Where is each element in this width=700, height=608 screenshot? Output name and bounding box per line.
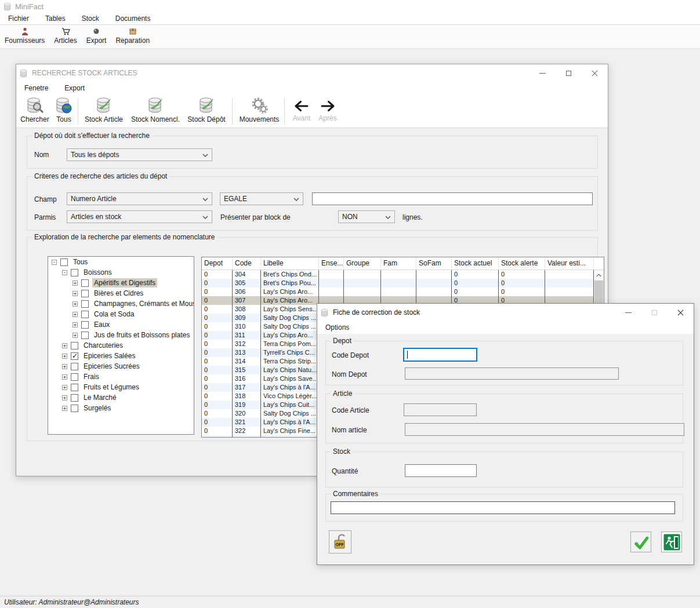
tree-expander-icon[interactable]: + [72, 281, 78, 286]
tree-checkbox[interactable] [81, 332, 89, 339]
tree-item[interactable]: + Cola et Soda [48, 309, 194, 319]
column-header[interactable]: SoFam [416, 257, 452, 270]
tree-checkbox[interactable] [81, 290, 89, 297]
search-window-titlebar[interactable]: RECHERCHE STOCK ARTICLES [16, 64, 608, 82]
close-button[interactable] [668, 304, 694, 321]
minimize-button[interactable] [529, 64, 556, 82]
articles-button[interactable]: Articles [49, 26, 81, 45]
menu-stock[interactable]: Stock [74, 13, 107, 25]
quantite-input[interactable] [405, 464, 477, 477]
tree-checkbox[interactable] [71, 405, 78, 412]
tree-item[interactable]: + Jus de fruits et Boissons plates [48, 330, 194, 340]
tous-button[interactable]: Tous [52, 96, 75, 126]
code-article-input[interactable] [404, 403, 477, 416]
nom-article-input[interactable] [405, 423, 684, 436]
tree-item[interactable]: + Charcuteries [48, 340, 194, 351]
minimize-button[interactable] [615, 304, 641, 321]
menu-export[interactable]: Export [56, 82, 93, 94]
nom-depot-input[interactable] [405, 367, 619, 380]
parmis-select[interactable]: Articles en stock [67, 210, 212, 223]
tree-checkbox[interactable] [81, 279, 89, 287]
tree-checkbox[interactable] [71, 342, 78, 349]
menu-options[interactable]: Options [317, 322, 357, 334]
menu-tables[interactable]: Tables [37, 13, 74, 25]
tree-item[interactable]: + Apéritifs et Digestifs [48, 278, 194, 288]
column-header[interactable]: Fam [381, 257, 416, 270]
tree-item[interactable]: + Epiceries Salées [48, 351, 194, 361]
tree-expander-icon[interactable]: + [72, 333, 78, 338]
depot-select[interactable]: Tous les dépots [67, 148, 212, 161]
tree-expander-icon[interactable]: + [62, 385, 67, 390]
column-header[interactable]: Ense... [319, 257, 344, 270]
column-header[interactable]: Stock actuel [452, 257, 499, 270]
commentaires-input[interactable] [331, 501, 675, 514]
tree-expander-icon[interactable]: + [62, 364, 67, 369]
tree-checkbox[interactable] [71, 363, 78, 370]
avant-button[interactable]: Avant [290, 96, 313, 126]
column-header[interactable]: Libelle [261, 257, 319, 270]
search-value-input[interactable] [312, 192, 593, 205]
tree-item[interactable]: + Epiceries Sucrées [48, 361, 194, 372]
column-header[interactable]: Code [233, 257, 261, 270]
close-button[interactable] [582, 64, 608, 82]
table-row[interactable]: 0306Lay's Chips Aro...00 [202, 287, 604, 296]
menu-fichier[interactable]: Fichier [0, 13, 37, 25]
column-header[interactable]: Valeur esti... [545, 257, 594, 270]
lock-toggle-button[interactable]: OFF [329, 530, 351, 554]
tree-checkbox[interactable] [71, 394, 78, 402]
tree-checkbox[interactable] [60, 259, 68, 266]
maximize-button[interactable] [556, 64, 582, 82]
column-header[interactable]: Stock alerte [499, 257, 545, 270]
tree-item[interactable]: + Le Marché [48, 392, 194, 403]
tree-expander-icon[interactable]: + [62, 354, 67, 359]
fournisseurs-button[interactable]: Fournisseurs [0, 26, 49, 45]
apres-button[interactable]: Après [315, 96, 340, 126]
tree-item[interactable]: + Bières et Cidres [48, 288, 194, 298]
champ-select[interactable]: Numero Article [67, 192, 212, 205]
reparation-button[interactable]: Reparation [111, 26, 154, 45]
tree-item[interactable]: - Tous [48, 257, 194, 267]
tree-expander-icon[interactable]: + [62, 374, 67, 380]
tree-expander-icon[interactable]: + [62, 395, 67, 401]
tree-item[interactable]: + Frais [48, 372, 194, 382]
tree-item[interactable]: - Boissons [48, 267, 194, 278]
operator-select[interactable]: EGALE [220, 192, 303, 205]
stock-depot-button[interactable]: Stock Dépôt [186, 96, 227, 126]
stock-nomencl-button[interactable]: Stock Nomencl. [129, 96, 182, 126]
tree-checkbox[interactable] [71, 352, 78, 360]
column-header[interactable]: Depot [202, 257, 233, 270]
tree-expander-icon[interactable]: + [62, 343, 67, 348]
export-button[interactable]: Export [82, 26, 111, 45]
tree-checkbox[interactable] [71, 269, 78, 276]
tree-checkbox[interactable] [71, 384, 78, 391]
dialog-titlebar[interactable]: Fiche de correction de stock [317, 304, 694, 321]
tree-checkbox[interactable] [81, 321, 89, 329]
stock-article-button[interactable]: Stock Article [82, 96, 125, 126]
block-select[interactable]: NON [338, 210, 395, 223]
tree-expander-icon[interactable]: - [62, 270, 67, 275]
tree-checkbox[interactable] [81, 300, 89, 308]
tree-item[interactable]: + Surgelés [48, 403, 194, 413]
column-header[interactable]: Groupe [344, 257, 381, 270]
tree-expander-icon[interactable]: + [72, 291, 78, 296]
code-depot-input[interactable] [404, 348, 477, 361]
tree-expander-icon[interactable]: + [72, 312, 78, 317]
tree-expander-icon[interactable]: + [72, 322, 78, 327]
table-row[interactable]: 0304Bret's Chips Ond...00 [202, 270, 604, 279]
table-row[interactable]: 0305Bret's Chips Pou...00 [202, 279, 604, 287]
tree-item[interactable]: + Eaux [48, 319, 194, 330]
tree-item[interactable]: + Fruits et Légumes [48, 382, 194, 392]
menu-documents[interactable]: Documents [107, 13, 159, 25]
chercher-button[interactable]: Chercher [20, 96, 50, 126]
tree-checkbox[interactable] [81, 311, 89, 318]
tree-checkbox[interactable] [71, 373, 78, 381]
tree-expander-icon[interactable]: + [62, 406, 67, 411]
tree-item[interactable]: + Champagnes, Crémants et Mouss... [48, 298, 194, 309]
exit-button[interactable] [661, 531, 682, 552]
menu-fenetre[interactable]: Fenetre [16, 82, 56, 94]
tree-expander-icon[interactable]: + [72, 301, 78, 307]
mouvements-button[interactable]: Mouvements [237, 96, 282, 126]
scroll-up-button[interactable] [594, 270, 604, 280]
confirm-button[interactable] [630, 531, 651, 552]
tree-expander-icon[interactable]: - [52, 260, 57, 265]
